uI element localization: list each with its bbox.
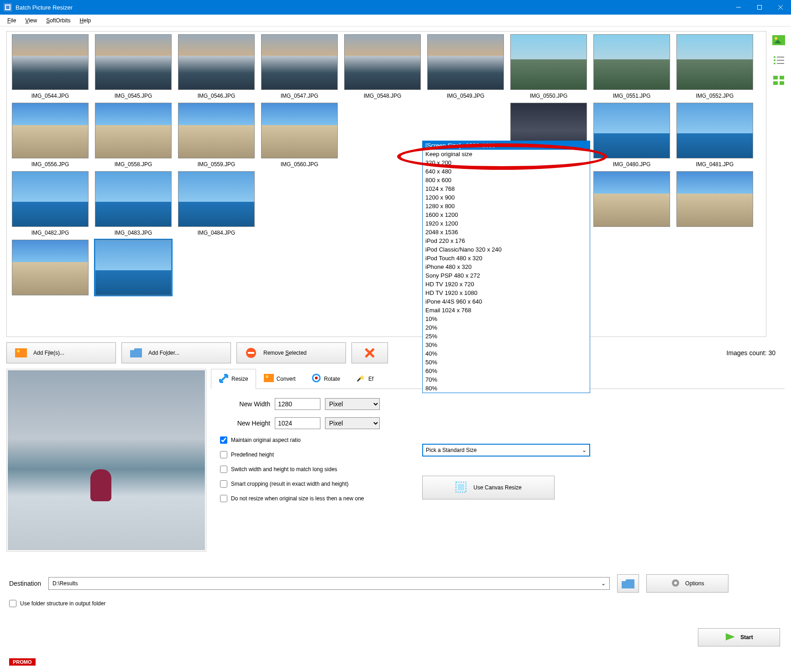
thumbnail-item[interactable]: IMG_0548.JPG bbox=[342, 34, 423, 99]
new-height-input[interactable] bbox=[275, 417, 320, 429]
thumbnail-item[interactable] bbox=[674, 171, 755, 236]
rotate-icon bbox=[311, 373, 321, 384]
thumbnail-item[interactable]: IMG_0545.JPG bbox=[93, 34, 174, 99]
dropdown-option[interactable]: 640 x 480 bbox=[423, 167, 590, 176]
svg-rect-31 bbox=[458, 484, 464, 490]
menu-file[interactable]: File bbox=[3, 16, 21, 26]
canvas-resize-button[interactable]: Use Canvas Resize bbox=[422, 476, 555, 499]
dropdown-option[interactable]: iPod 220 x 176 bbox=[423, 236, 590, 245]
dropdown-option[interactable]: 10% bbox=[423, 315, 590, 323]
view-list-icon[interactable] bbox=[771, 53, 786, 68]
thumbnail-item[interactable]: IMG_0558.JPG bbox=[93, 103, 174, 168]
dropdown-option[interactable]: 1024 x 768 bbox=[423, 184, 590, 193]
tab-effects[interactable]: Ef bbox=[348, 369, 381, 388]
thumbnail-label: IMG_0551.JPG bbox=[613, 93, 651, 99]
folder-structure-checkbox[interactable] bbox=[9, 600, 16, 607]
titlebar: Batch Picture Resizer bbox=[0, 0, 791, 15]
dropdown-option[interactable]: 2048 x 1536 bbox=[423, 228, 590, 236]
thumbnail-item[interactable]: IMG_0559.JPG bbox=[176, 103, 257, 168]
no-resize-smaller-checkbox[interactable] bbox=[220, 495, 227, 502]
thumbnail-item[interactable] bbox=[93, 240, 174, 298]
predefined-height-checkbox[interactable] bbox=[220, 451, 227, 458]
add-folder-button[interactable]: Add Folder... bbox=[121, 342, 231, 363]
smart-crop-checkbox[interactable] bbox=[220, 480, 227, 488]
play-icon bbox=[725, 632, 736, 643]
options-button[interactable]: Options bbox=[646, 574, 728, 593]
destination-combo[interactable]: D:\Results ⌄ bbox=[48, 577, 610, 590]
thumbnail-item[interactable]: IMG_0547.JPG bbox=[259, 34, 340, 99]
menu-help[interactable]: Help bbox=[75, 16, 96, 26]
dropdown-option[interactable]: 1280 x 800 bbox=[423, 202, 590, 210]
thumbnail-item[interactable]: IMG_0482.JPG bbox=[10, 171, 91, 236]
preview-image bbox=[8, 370, 205, 550]
dropdown-option[interactable]: 50% bbox=[423, 358, 590, 367]
svg-rect-23 bbox=[248, 352, 254, 354]
dropdown-option[interactable]: iPhone 480 x 320 bbox=[423, 262, 590, 271]
standard-size-dropdown[interactable]: [Screen Size] - 1920x1080Keep original s… bbox=[422, 141, 590, 393]
close-button[interactable] bbox=[770, 0, 791, 15]
dropdown-option[interactable]: iPod Touch 480 x 320 bbox=[423, 254, 590, 262]
dropdown-option[interactable]: 320 x 200 bbox=[423, 158, 590, 167]
thumbnail-item[interactable]: IMG_0546.JPG bbox=[176, 34, 257, 99]
view-thumbnails-icon[interactable] bbox=[771, 33, 786, 47]
width-unit-select[interactable]: Pixel bbox=[325, 398, 380, 410]
tab-resize[interactable]: Resize bbox=[211, 369, 256, 389]
thumbnail-label: IMG_0545.JPG bbox=[115, 93, 152, 99]
thumbnail-item[interactable]: IMG_0549.JPG bbox=[425, 34, 506, 99]
dropdown-option[interactable]: 25% bbox=[423, 332, 590, 341]
thumbnail-item[interactable] bbox=[10, 240, 91, 298]
dropdown-option[interactable]: 80% bbox=[423, 384, 590, 393]
svg-point-29 bbox=[315, 377, 318, 379]
tab-rotate[interactable]: Rotate bbox=[304, 369, 348, 388]
add-files-button[interactable]: Add File(s)... bbox=[6, 342, 116, 363]
dropdown-option[interactable]: iPod Classic/Nano 320 x 240 bbox=[423, 245, 590, 254]
thumbnail-item[interactable] bbox=[591, 171, 672, 236]
tab-convert[interactable]: Convert bbox=[256, 369, 304, 388]
standard-size-combo[interactable]: Pick a Standard Size ⌄ bbox=[422, 444, 590, 457]
remove-icon bbox=[245, 347, 257, 359]
start-button[interactable]: Start bbox=[698, 628, 780, 646]
remove-selected-button[interactable]: Remove Selected bbox=[236, 342, 346, 363]
svg-point-33 bbox=[674, 582, 677, 584]
dropdown-option[interactable]: 1920 x 1200 bbox=[423, 219, 590, 228]
thumbnail-item[interactable]: IMG_0550.JPG bbox=[508, 34, 589, 99]
dropdown-option[interactable]: [Screen Size] - 1920x1080 bbox=[423, 141, 590, 150]
thumbnail-item[interactable]: IMG_0480.JPG bbox=[591, 103, 672, 168]
thumbnail-item[interactable]: IMG_0552.JPG bbox=[674, 34, 755, 99]
maximize-button[interactable] bbox=[749, 0, 770, 15]
dropdown-option[interactable]: 30% bbox=[423, 341, 590, 349]
dropdown-option[interactable]: Email 1024 x 768 bbox=[423, 306, 590, 315]
thumbnail-item[interactable]: IMG_0483.JPG bbox=[93, 171, 174, 236]
dropdown-option[interactable]: HD TV 1920 x 720 bbox=[423, 280, 590, 289]
menu-softorbits[interactable]: SoftOrbits bbox=[42, 16, 75, 26]
dropdown-option[interactable]: Keep original size bbox=[423, 150, 590, 158]
dropdown-option[interactable]: 800 x 600 bbox=[423, 176, 590, 184]
dropdown-option[interactable]: 60% bbox=[423, 367, 590, 375]
new-width-input[interactable] bbox=[275, 398, 320, 410]
thumbnail-item[interactable]: IMG_0551.JPG bbox=[591, 34, 672, 99]
minimize-button[interactable] bbox=[728, 0, 749, 15]
clear-all-button[interactable] bbox=[351, 342, 388, 363]
dropdown-option[interactable]: iPone 4/4S 960 x 640 bbox=[423, 297, 590, 306]
menu-view[interactable]: View bbox=[21, 16, 42, 26]
dropdown-option[interactable]: 1600 x 1200 bbox=[423, 210, 590, 219]
maintain-aspect-checkbox[interactable] bbox=[220, 436, 227, 444]
thumbnail-item[interactable]: IMG_0544.JPG bbox=[10, 34, 91, 99]
thumbnail-gallery[interactable]: IMG_0544.JPGIMG_0545.JPGIMG_0546.JPGIMG_… bbox=[6, 31, 766, 337]
promo-badge[interactable]: PROMO bbox=[9, 658, 36, 666]
dropdown-option[interactable]: HD TV 1920 x 1080 bbox=[423, 289, 590, 297]
switch-wh-checkbox[interactable] bbox=[220, 466, 227, 473]
height-unit-select[interactable]: Pixel bbox=[325, 417, 380, 429]
thumbnail-item[interactable]: IMG_0556.JPG bbox=[10, 103, 91, 168]
dropdown-option[interactable]: Sony PSP 480 x 272 bbox=[423, 271, 590, 280]
thumbnail-item[interactable]: IMG_0481.JPG bbox=[674, 103, 755, 168]
browse-folder-button[interactable] bbox=[617, 574, 639, 593]
dropdown-option[interactable]: 20% bbox=[423, 323, 590, 332]
dropdown-option[interactable]: 40% bbox=[423, 349, 590, 358]
view-grid-icon[interactable] bbox=[771, 73, 786, 88]
dropdown-option[interactable]: 70% bbox=[423, 375, 590, 384]
thumbnail-item[interactable]: IMG_0560.JPG bbox=[259, 103, 340, 168]
dropdown-option[interactable]: 1200 x 900 bbox=[423, 193, 590, 202]
thumbnail-item[interactable]: IMG_0484.JPG bbox=[176, 171, 257, 236]
menubar: File View SoftOrbits Help bbox=[0, 15, 791, 26]
